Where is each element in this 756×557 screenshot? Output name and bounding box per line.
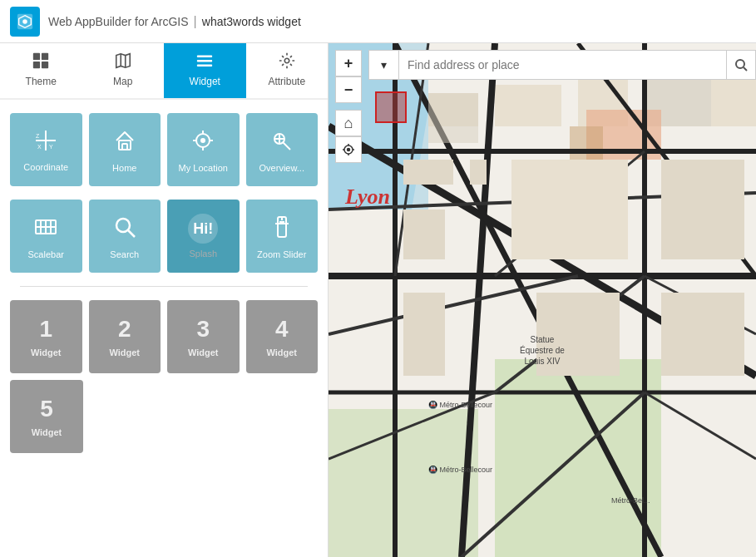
widget-scalebar[interactable]: Scalebar (10, 200, 82, 273)
tabs-bar: Theme Map (0, 43, 328, 100)
app-logo (10, 7, 40, 37)
svg-text:X: X (37, 144, 42, 150)
svg-rect-41 (495, 359, 661, 557)
search-icon (111, 214, 138, 244)
placeholder-2[interactable]: 2 Widget (89, 300, 161, 373)
placeholder-5[interactable]: 5 Widget (10, 380, 83, 453)
map-area: + − ⌂ ▾ (329, 43, 756, 557)
svg-rect-2 (33, 53, 40, 60)
tab-theme-label: Theme (26, 76, 57, 87)
placeholder-3-label: Widget (188, 348, 219, 357)
zoom-slider-label: Zoom Slider (257, 249, 306, 259)
my-location-label: My Location (179, 163, 228, 173)
map-background (329, 43, 756, 557)
panel-divider (20, 286, 308, 287)
tab-attribute[interactable]: Attribute (246, 43, 329, 98)
placeholder-2-label: Widget (109, 348, 140, 357)
tab-attribute-label: Attribute (268, 76, 305, 87)
placeholder-row-1: 1 Widget 2 Widget 3 Widget 4 Widget (10, 300, 318, 373)
widget-area: Z X Y Coordinate (0, 100, 328, 557)
search-dropdown-button[interactable]: ▾ (368, 50, 398, 80)
placeholder-5-num: 5 (40, 396, 53, 422)
widget-row-1: Z X Y Coordinate (10, 113, 318, 186)
svg-point-78 (348, 149, 350, 151)
map-search-bar: ▾ (368, 50, 756, 80)
coordinate-icon: Z X Y (32, 127, 59, 157)
tab-map[interactable]: Map (82, 43, 165, 98)
svg-rect-71 (403, 293, 445, 376)
svg-rect-6 (197, 56, 212, 57)
zoom-slider-icon (269, 214, 295, 244)
svg-rect-49 (570, 126, 603, 160)
widget-my-location[interactable]: My Location (167, 113, 240, 186)
left-panel: Theme Map (0, 43, 329, 557)
svg-point-32 (116, 219, 130, 232)
tab-widget-label: Widget (190, 76, 220, 87)
svg-point-18 (201, 139, 205, 142)
placeholder-3[interactable]: 3 Widget (167, 300, 240, 373)
search-go-button[interactable] (726, 50, 756, 80)
placeholder-row-2: 5 Widget (10, 380, 318, 453)
svg-rect-69 (470, 160, 487, 185)
header-separator: | (194, 14, 197, 29)
widget-overview[interactable]: Overview... (246, 113, 319, 186)
widget-splash[interactable]: Hi! Splash (167, 200, 240, 273)
home-button[interactable]: ⌂ (335, 110, 362, 136)
svg-rect-4 (33, 62, 40, 68)
svg-rect-7 (197, 60, 212, 62)
placeholder-4[interactable]: 4 Widget (246, 300, 319, 373)
placeholder-1-num: 1 (39, 316, 52, 343)
svg-rect-76 (428, 93, 478, 143)
svg-point-9 (284, 58, 289, 63)
my-location-icon (190, 127, 216, 158)
placeholder-2-num: 2 (118, 316, 131, 343)
svg-point-83 (736, 60, 744, 68)
svg-rect-73 (536, 293, 620, 376)
svg-rect-72 (511, 160, 628, 259)
svg-rect-44 (495, 85, 561, 126)
svg-rect-74 (661, 160, 744, 259)
tab-widget[interactable]: Widget (164, 43, 246, 98)
zoom-out-button[interactable]: − (335, 76, 362, 103)
tab-map-label: Map (113, 76, 132, 87)
header: Web AppBuilder for ArcGIS | what3words w… (0, 0, 756, 43)
widget-icon (195, 52, 214, 72)
svg-rect-3 (42, 53, 48, 60)
placeholder-4-num: 4 (275, 316, 289, 343)
coordinate-label: Coordinate (23, 162, 68, 172)
widget-search[interactable]: Search (89, 200, 161, 273)
home-label: Home (112, 163, 136, 173)
search-input[interactable] (398, 50, 726, 80)
placeholder-1-label: Widget (31, 348, 62, 357)
widget-home[interactable]: Home (89, 113, 161, 186)
scalebar-icon (32, 214, 59, 244)
overview-icon (269, 127, 295, 158)
search-label: Search (110, 249, 139, 259)
placeholder-5-label: Widget (32, 427, 62, 437)
svg-rect-5 (42, 62, 48, 68)
svg-line-33 (128, 230, 135, 237)
placeholder-4-label: Widget (266, 348, 297, 357)
svg-rect-15 (119, 140, 131, 150)
location-button[interactable] (335, 136, 362, 163)
svg-rect-16 (122, 144, 127, 150)
splash-label: Splash (189, 249, 217, 259)
theme-icon (32, 52, 50, 72)
widget-row-2: Scalebar Search Hi! Splash (10, 200, 318, 273)
widget-coordinate[interactable]: Z X Y Coordinate (10, 113, 82, 186)
map-controls: + − ⌂ (335, 50, 362, 163)
svg-rect-8 (197, 65, 212, 67)
placeholder-3-num: 3 (196, 316, 210, 343)
widget-title: what3words widget (202, 15, 301, 28)
tab-theme[interactable]: Theme (0, 43, 82, 98)
zoom-in-button[interactable]: + (335, 50, 362, 76)
main-layout: Theme Map (0, 43, 756, 557)
scalebar-label: Scalebar (28, 249, 64, 259)
overview-label: Overview... (259, 163, 304, 173)
widget-zoom-slider[interactable]: Zoom Slider (246, 200, 319, 273)
placeholder-1[interactable]: 1 Widget (10, 300, 82, 373)
svg-rect-75 (661, 293, 744, 376)
map-icon (114, 52, 132, 72)
svg-rect-70 (403, 209, 445, 259)
svg-text:Y: Y (49, 144, 53, 150)
